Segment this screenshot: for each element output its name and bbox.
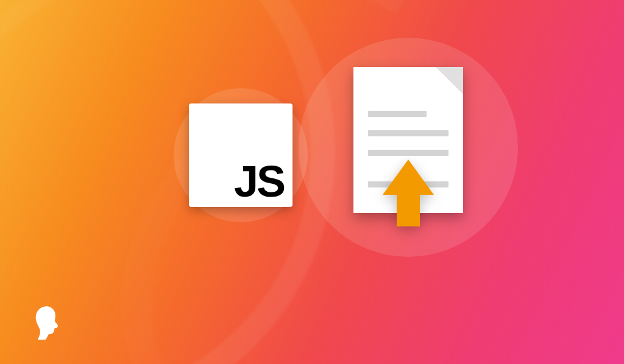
document-line bbox=[368, 111, 427, 117]
hero-graphic: JS bbox=[0, 0, 624, 364]
document-fold-icon bbox=[436, 67, 463, 94]
upload-arrow-stem bbox=[397, 195, 420, 226]
brand-head-icon bbox=[32, 304, 63, 340]
document-line bbox=[368, 130, 448, 136]
js-logo-text: JS bbox=[234, 159, 284, 203]
document-line bbox=[368, 150, 448, 156]
upload-arrow-head bbox=[383, 159, 434, 195]
javascript-logo-icon: JS bbox=[189, 103, 292, 207]
upload-arrow-icon bbox=[383, 159, 434, 226]
